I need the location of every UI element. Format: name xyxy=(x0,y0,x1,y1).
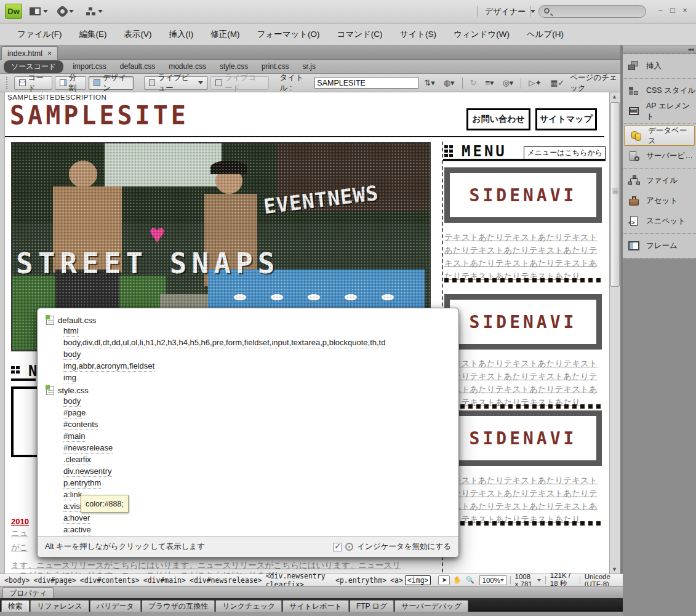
menu-file[interactable]: ファイル(F) xyxy=(9,29,71,40)
related-file-default-css[interactable]: default.css xyxy=(113,62,162,71)
news-text-partial-1[interactable]: ニュ xyxy=(11,528,28,539)
tag-body[interactable]: <body> xyxy=(2,576,32,585)
tag-p-entrythm[interactable]: <p.entrythm> xyxy=(334,576,388,585)
scroll-up-icon[interactable]: ▲ xyxy=(612,94,617,100)
panel-css-styles[interactable]: CSS スタイル xyxy=(623,81,696,101)
sidenavi-banner-2[interactable]: SIDENAVI xyxy=(444,294,602,350)
code-view-button[interactable]: コード xyxy=(14,76,52,90)
panel-server-behaviors[interactable]: サーバービ… xyxy=(623,146,696,166)
related-file-sr-js[interactable]: sr.js xyxy=(296,62,322,71)
tab-search[interactable]: 検索 xyxy=(1,600,30,612)
tab-link-check[interactable]: リンクチェック xyxy=(215,600,282,612)
panel-assets[interactable]: アセット xyxy=(623,191,696,211)
code-navigator-popup[interactable]: default.css html body,div,dl,dt,dd,ul,ol… xyxy=(37,308,459,558)
document-title-input[interactable] xyxy=(314,77,418,89)
css-rule-link[interactable]: html xyxy=(46,326,458,338)
tab-site-report[interactable]: サイトレポート xyxy=(282,600,349,612)
css-rule-link[interactable]: div.newsentry xyxy=(46,466,458,478)
maximize-button[interactable]: □ xyxy=(666,6,679,15)
scroll-down-icon[interactable]: ▼ xyxy=(612,566,617,572)
menu-note-link[interactable]: メニューはこちらから xyxy=(524,146,606,159)
related-file-source[interactable]: ソースコード xyxy=(4,60,63,73)
panel-insert[interactable]: 挿入 xyxy=(623,56,696,76)
tag-img-selected[interactable]: <img> xyxy=(405,575,431,585)
sidebar-link-text-1[interactable]: テキストあたりテキストあたりテキストあたりテキストあたりテキストあたりテキストあ… xyxy=(444,231,604,282)
css-rule-link[interactable]: #page xyxy=(46,408,458,420)
sidebar-link-text-3[interactable]: テキストあたりテキストあたりテキストあたりテキストあたりテキストあたりテキストあ… xyxy=(444,474,604,526)
workspace-switcher[interactable]: デザイナー xyxy=(485,7,535,16)
css-rule-link[interactable]: #contents xyxy=(46,420,458,431)
css-rule-link[interactable]: body xyxy=(46,350,458,361)
sidenavi-banner-3[interactable]: SIDENAVI xyxy=(444,410,602,466)
zoom-tool-icon[interactable]: 🔍 xyxy=(464,575,476,585)
zoom-level-select[interactable]: 100% xyxy=(479,575,506,585)
tag-div-contents[interactable]: <div#contents> xyxy=(78,576,142,585)
contact-button[interactable]: お問い合わせ xyxy=(466,108,530,130)
check-page-label[interactable]: ページのチェック xyxy=(570,73,623,94)
sidebar-link-text-2[interactable]: テキストあたりテキストあたりテキストあたりテキストあたりテキストあたりテキストあ… xyxy=(444,357,604,409)
tag-div-main[interactable]: <div#main> xyxy=(142,576,188,585)
tab-close-icon[interactable]: × xyxy=(47,49,52,58)
minimize-button[interactable]: − xyxy=(654,6,666,15)
css-rule-link[interactable]: img xyxy=(46,373,458,385)
menu-window[interactable]: ウィンドウ(W) xyxy=(445,29,518,40)
menu-edit[interactable]: 編集(E) xyxy=(71,29,116,40)
menu-format[interactable]: フォーマット(O) xyxy=(249,29,329,40)
sitemap-button[interactable]: サイトマップ xyxy=(535,108,597,130)
layout-switcher-button[interactable] xyxy=(30,7,48,16)
css-rule-link[interactable]: body,div,dl,dt,dd,ul,ol,li,h1,h2,h3,h4,h… xyxy=(46,338,458,350)
site-logo-text[interactable]: SAMPLESITE xyxy=(10,100,189,130)
scrollbar-thumb[interactable] xyxy=(610,102,620,287)
toolbar-grip[interactable] xyxy=(6,77,9,89)
tab-browser-compat[interactable]: ブラウザの互換性 xyxy=(142,600,215,612)
tab-ftp-log[interactable]: FTP ログ xyxy=(350,600,394,612)
panel-ap-elements[interactable]: AP エレメント xyxy=(623,101,696,121)
menu-help[interactable]: ヘルプ(H) xyxy=(518,29,572,40)
css-rule-link[interactable]: a:hover xyxy=(46,513,458,525)
css-rule-link[interactable]: body xyxy=(46,396,458,408)
tab-validator[interactable]: バリデータ xyxy=(90,600,141,612)
tab-server-debug[interactable]: サーバーデバッグ xyxy=(394,600,468,612)
news-date-link[interactable]: 2010 xyxy=(11,517,29,526)
panel-frames[interactable]: フレーム xyxy=(623,236,696,256)
close-button[interactable]: × xyxy=(679,6,691,15)
dreamweaver-logo[interactable]: Dw xyxy=(5,4,22,19)
menu-commands[interactable]: コマンド(C) xyxy=(329,29,391,40)
property-panel-tab[interactable]: プロパティ xyxy=(2,587,54,599)
select-tool-icon[interactable]: ➤ xyxy=(438,575,450,585)
live-view-button[interactable]: ライブビュー xyxy=(144,76,209,90)
site-button[interactable] xyxy=(86,7,103,16)
preview-browser-icon[interactable]: ◍▾ xyxy=(441,78,458,87)
sidenavi-banner-1[interactable]: SIDENAVI xyxy=(444,167,602,223)
news-text-partial-2[interactable]: がこ xyxy=(11,542,28,553)
window-size-select[interactable]: 1008 x 781 xyxy=(511,573,546,588)
design-view-button[interactable]: デザイン xyxy=(89,76,134,90)
panel-databases[interactable]: データベース xyxy=(624,126,695,146)
validate-icon[interactable]: ▷✦ xyxy=(526,78,545,87)
menu-modify[interactable]: 修正(M) xyxy=(202,29,248,40)
hand-tool-icon[interactable]: ✋ xyxy=(451,575,463,585)
disable-indicator-checkbox[interactable] xyxy=(333,543,342,551)
tab-reference[interactable]: リファレンス xyxy=(30,600,89,612)
menu-site[interactable]: サイト(S) xyxy=(391,29,445,40)
tag-a[interactable]: <a> xyxy=(388,576,405,585)
css-rule-link[interactable]: #main xyxy=(46,431,458,443)
related-file-style-css[interactable]: style.css xyxy=(213,62,255,71)
panel-files[interactable]: ファイル xyxy=(623,170,696,191)
menu-view[interactable]: 表示(V) xyxy=(116,29,161,40)
extend-button[interactable] xyxy=(58,7,74,16)
visual-aids-icon[interactable]: ◎▾ xyxy=(500,78,517,87)
css-rule-link[interactable]: img,abbr,acronym,fieldset xyxy=(46,361,458,373)
check-page-icon[interactable]: ▦✓ xyxy=(547,78,567,87)
css-rule-link[interactable]: p.entrythm xyxy=(46,478,458,490)
related-file-module-css[interactable]: module.css xyxy=(162,62,213,71)
vertical-scrollbar[interactable]: ▲ ▼ xyxy=(609,92,620,574)
css-rule-link[interactable]: #newsrelease xyxy=(46,443,458,455)
related-file-import-css[interactable]: import.css xyxy=(66,62,113,71)
search-input[interactable] xyxy=(538,5,646,18)
file-transfer-icon[interactable]: ⇅▾ xyxy=(421,78,438,87)
split-view-button[interactable]: 分割 xyxy=(55,76,86,90)
collapse-panels-button[interactable]: ◂◂ xyxy=(623,46,696,54)
tag-div-newsrelease[interactable]: <div#newsrelease> xyxy=(188,576,264,585)
design-view-canvas[interactable]: SAMPLESITEDESCRIPTION SAMPLESITE お問い合わせ … xyxy=(5,92,609,574)
